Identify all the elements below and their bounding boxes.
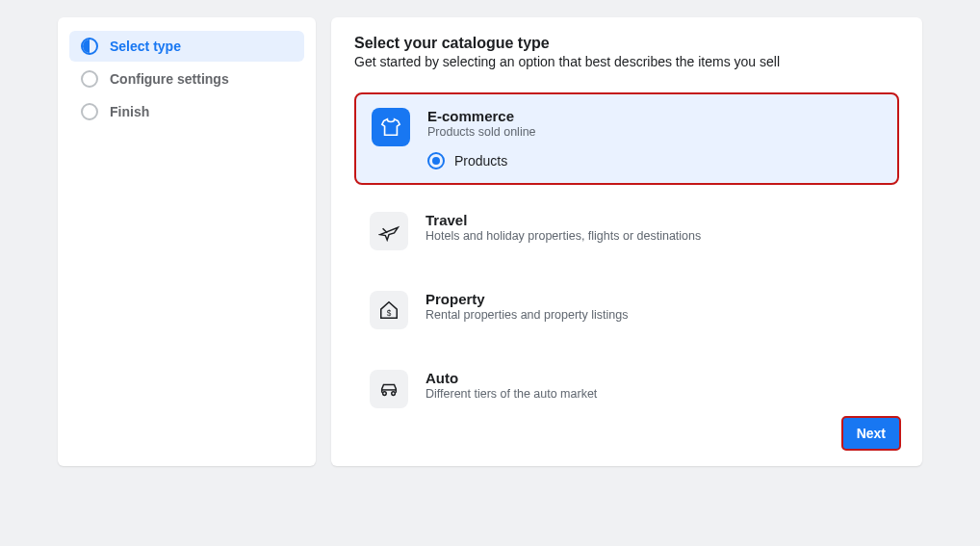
next-button[interactable]: Next <box>841 416 901 451</box>
svg-point-2 <box>392 392 396 396</box>
circle-icon <box>81 70 98 88</box>
option-auto[interactable]: Auto Different tiers of the auto market <box>354 356 899 422</box>
option-desc: Different tiers of the auto market <box>426 387 884 401</box>
catalogue-type-options: E-commerce Products sold online Products <box>354 92 899 422</box>
option-ecommerce[interactable]: E-commerce Products sold online Products <box>354 92 899 185</box>
option-desc: Hotels and holiday properties, flights o… <box>426 229 884 243</box>
radio-label: Products <box>454 153 507 169</box>
house-icon: $ <box>370 291 408 329</box>
step-label: Select type <box>110 39 181 54</box>
option-title: E-commerce <box>427 108 882 124</box>
step-finish[interactable]: Finish <box>69 96 304 127</box>
step-label: Configure settings <box>110 71 229 87</box>
option-property[interactable]: $ Property Rental properties and propert… <box>354 277 899 343</box>
radio-icon <box>427 152 445 169</box>
option-body: Property Rental properties and property … <box>426 291 884 329</box>
main-panel: Select your catalogue type Get started b… <box>331 17 922 466</box>
option-desc: Products sold online <box>427 125 882 139</box>
step-select-type[interactable]: Select type <box>69 31 304 62</box>
wizard-sidebar: Select type Configure settings Finish <box>58 17 316 466</box>
option-travel[interactable]: Travel Hotels and holiday properties, fl… <box>354 198 899 264</box>
half-circle-icon <box>81 38 98 55</box>
tshirt-icon <box>372 108 410 146</box>
svg-text:$: $ <box>387 309 392 318</box>
svg-point-1 <box>383 392 387 396</box>
radio-products[interactable]: Products <box>427 152 882 169</box>
car-icon <box>370 370 408 408</box>
option-body: Auto Different tiers of the auto market <box>426 370 884 408</box>
option-body: E-commerce Products sold online Products <box>427 108 882 169</box>
page-title: Select your catalogue type <box>354 35 899 52</box>
option-title: Travel <box>426 212 884 228</box>
circle-icon <box>81 103 98 120</box>
option-title: Property <box>426 291 884 307</box>
plane-icon <box>370 212 408 250</box>
step-label: Finish <box>110 104 149 119</box>
page-subtitle: Get started by selecting an option that … <box>354 54 899 69</box>
footer-actions: Next <box>841 416 901 451</box>
option-title: Auto <box>426 370 884 386</box>
option-desc: Rental properties and property listings <box>426 308 884 322</box>
step-configure-settings[interactable]: Configure settings <box>69 64 304 94</box>
option-body: Travel Hotels and holiday properties, fl… <box>426 212 884 250</box>
